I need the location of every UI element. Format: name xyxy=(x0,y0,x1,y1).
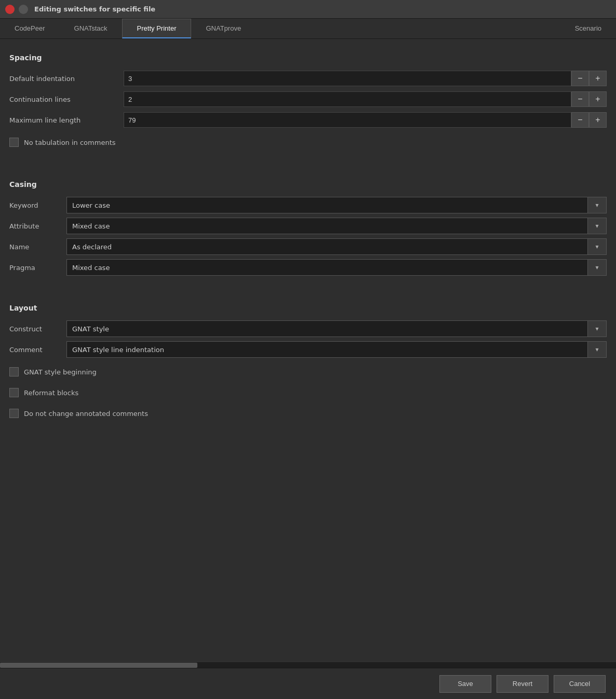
keyword-value: Lower case xyxy=(67,201,587,209)
name-value: As declared xyxy=(67,243,587,251)
attribute-select[interactable]: Mixed case ▾ xyxy=(66,218,607,234)
comment-value: GNAT style line indentation xyxy=(67,346,587,354)
continuation-lines-row: Continuation lines − + xyxy=(9,90,607,109)
construct-value: GNAT style xyxy=(67,325,587,333)
pragma-chevron-icon: ▾ xyxy=(587,260,606,275)
revert-button[interactable]: Revert xyxy=(497,675,548,693)
continuation-lines-input[interactable] xyxy=(124,91,571,107)
content-area: Spacing Default indentation − + Continua… xyxy=(0,39,616,662)
maximum-line-length-plus[interactable]: + xyxy=(589,112,607,128)
default-indentation-spinner: − + xyxy=(124,71,607,86)
continuation-lines-plus[interactable]: + xyxy=(589,91,607,107)
maximum-line-length-row: Maximum line length − + xyxy=(9,111,607,129)
pragma-value: Mixed case xyxy=(67,264,587,272)
pragma-select[interactable]: Mixed case ▾ xyxy=(66,259,607,276)
tab-scenario[interactable]: Scenario xyxy=(560,19,616,38)
attribute-value: Mixed case xyxy=(67,222,587,230)
construct-chevron-icon: ▾ xyxy=(587,321,606,337)
casing-section-title: Casing xyxy=(9,180,607,189)
main-window: Editing switches for specific file CodeP… xyxy=(0,0,616,699)
construct-label: Construct xyxy=(9,325,66,333)
reformat-blocks-label: Reformat blocks xyxy=(24,389,78,397)
no-tabulation-label: No tabulation in comments xyxy=(24,139,116,146)
tab-gnatprove[interactable]: GNATprove xyxy=(191,19,256,38)
tabs-bar: CodePeer GNATstack Pretty Printer GNATpr… xyxy=(0,19,616,39)
no-tabulation-row: No tabulation in comments xyxy=(9,135,607,150)
minus-icon2: − xyxy=(578,95,582,104)
tab-pretty-printer[interactable]: Pretty Printer xyxy=(122,19,192,38)
cancel-button[interactable]: Cancel xyxy=(554,675,606,693)
attribute-row: Attribute Mixed case ▾ xyxy=(9,217,607,235)
tab-codepeer[interactable]: CodePeer xyxy=(0,19,60,38)
comment-chevron-icon: ▾ xyxy=(587,342,606,357)
no-tabulation-checkbox[interactable] xyxy=(9,138,19,147)
plus-icon3: + xyxy=(595,115,600,125)
attribute-label: Attribute xyxy=(9,222,66,230)
do-not-change-annotated-label: Do not change annotated comments xyxy=(24,410,148,418)
maximum-line-length-spinner: − + xyxy=(124,112,607,128)
scrollbar-thumb[interactable] xyxy=(0,663,197,668)
maximum-line-length-minus[interactable]: − xyxy=(571,112,589,128)
name-row: Name As declared ▾ xyxy=(9,237,607,256)
name-chevron-icon: ▾ xyxy=(587,239,606,254)
gap2 xyxy=(9,279,607,300)
gnat-style-beginning-label: GNAT style beginning xyxy=(24,368,97,376)
continuation-lines-spinner: − + xyxy=(124,91,607,107)
pragma-row: Pragma Mixed case ▾ xyxy=(9,258,607,277)
do-not-change-annotated-row: Do not change annotated comments xyxy=(9,406,607,421)
name-select[interactable]: As declared ▾ xyxy=(66,238,607,255)
default-indentation-plus[interactable]: + xyxy=(589,71,607,86)
gnat-style-beginning-row: GNAT style beginning xyxy=(9,364,607,380)
gap1 xyxy=(9,155,607,176)
minus-icon3: − xyxy=(578,115,582,125)
continuation-lines-label: Continuation lines xyxy=(9,96,124,103)
comment-select[interactable]: GNAT style line indentation ▾ xyxy=(66,341,607,358)
spacing-section-title: Spacing xyxy=(9,53,607,62)
save-button[interactable]: Save xyxy=(439,675,491,693)
maximum-line-length-input[interactable] xyxy=(124,112,571,128)
tab-gnatstack[interactable]: GNATstack xyxy=(60,19,122,38)
default-indentation-input[interactable] xyxy=(124,71,571,86)
minus-icon: − xyxy=(578,74,582,83)
name-label: Name xyxy=(9,243,66,251)
construct-select[interactable]: GNAT style ▾ xyxy=(66,320,607,337)
do-not-change-annotated-checkbox[interactable] xyxy=(9,409,19,418)
close-button[interactable] xyxy=(5,5,15,14)
horizontal-scrollbar[interactable] xyxy=(0,662,616,668)
minimize-button[interactable] xyxy=(19,5,28,14)
default-indentation-label: Default indentation xyxy=(9,75,124,83)
default-indentation-row: Default indentation − + xyxy=(9,69,607,88)
default-indentation-minus[interactable]: − xyxy=(571,71,589,86)
layout-section-title: Layout xyxy=(9,304,607,312)
footer: Save Revert Cancel xyxy=(0,668,616,699)
keyword-row: Keyword Lower case ▾ xyxy=(9,196,607,214)
plus-icon: + xyxy=(595,74,600,83)
comment-row: Comment GNAT style line indentation ▾ xyxy=(9,340,607,359)
reformat-blocks-checkbox[interactable] xyxy=(9,388,19,397)
continuation-lines-minus[interactable]: − xyxy=(571,91,589,107)
reformat-blocks-row: Reformat blocks xyxy=(9,385,607,400)
construct-row: Construct GNAT style ▾ xyxy=(9,319,607,338)
keyword-select[interactable]: Lower case ▾ xyxy=(66,197,607,213)
maximum-line-length-label: Maximum line length xyxy=(9,116,124,124)
attribute-chevron-icon: ▾ xyxy=(587,218,606,234)
plus-icon2: + xyxy=(595,95,600,104)
titlebar: Editing switches for specific file xyxy=(0,0,616,19)
keyword-label: Keyword xyxy=(9,201,66,209)
comment-label: Comment xyxy=(9,346,66,354)
pragma-label: Pragma xyxy=(9,264,66,272)
window-title: Editing switches for specific file xyxy=(34,5,155,13)
keyword-chevron-icon: ▾ xyxy=(587,197,606,213)
gnat-style-beginning-checkbox[interactable] xyxy=(9,367,19,377)
